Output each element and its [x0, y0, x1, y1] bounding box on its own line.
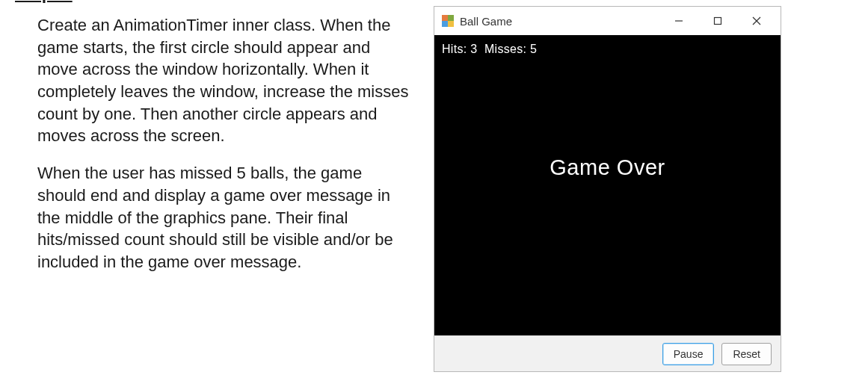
- score-text: Hits: 3 Misses: 5: [442, 43, 537, 56]
- hits-label: Hits:: [442, 43, 467, 55]
- step-heading: Step 2:: [15, 0, 411, 4]
- misses-label: Misses:: [484, 43, 526, 55]
- window-controls: [659, 8, 776, 34]
- svg-rect-1: [715, 18, 721, 25]
- paragraph-2: When the user has missed 5 balls, the ga…: [37, 162, 411, 273]
- maximize-button[interactable]: [698, 8, 737, 34]
- maximize-icon: [713, 16, 722, 25]
- titlebar: Ball Game: [434, 7, 781, 35]
- reset-button[interactable]: Reset: [721, 343, 772, 365]
- app-icon: [442, 15, 454, 27]
- close-button[interactable]: [737, 8, 776, 34]
- game-canvas[interactable]: Hits: 3 Misses: 5 Game Over: [434, 35, 781, 335]
- misses-value: 5: [530, 43, 537, 55]
- paragraph-1: Create an AnimationTimer inner class. Wh…: [37, 14, 411, 147]
- pause-button[interactable]: Pause: [662, 343, 715, 365]
- minimize-icon: [674, 16, 684, 26]
- game-over-text: Game Over: [550, 155, 665, 179]
- minimize-button[interactable]: [659, 8, 698, 34]
- instructions-column: Step 2: Create an AnimationTimer inner c…: [0, 0, 426, 378]
- app-window: Ball Game Hits: 3: [434, 6, 781, 372]
- window-title: Ball Game: [460, 15, 512, 28]
- bottom-bar: Pause Reset: [434, 335, 781, 371]
- close-icon: [751, 16, 762, 26]
- hits-value: 3: [470, 43, 477, 55]
- screenshot-column: Ball Game Hits: 3: [426, 0, 868, 378]
